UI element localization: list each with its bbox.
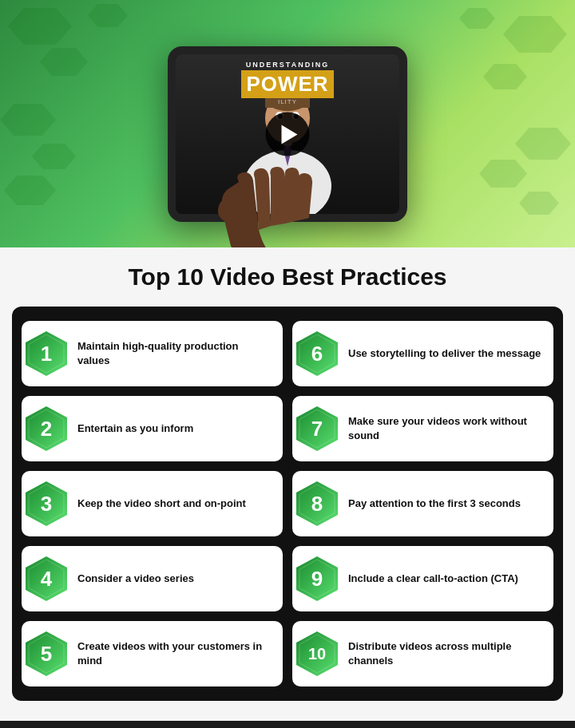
list-item: 5 Create videos with your customers in m… (22, 621, 283, 686)
list-item: 8 Pay attention to the first 3 seconds (292, 471, 553, 536)
hero-section: UNDERSTANDING POWER ILITY (0, 0, 575, 247)
item-number: 8 (311, 493, 323, 514)
item-text: Entertain as you inform (77, 421, 273, 436)
item-number: 10 (308, 646, 326, 662)
hex-badge: 9 (292, 554, 342, 603)
list-item: 2 Entertain as you inform (22, 396, 283, 461)
item-number: 1 (41, 343, 52, 364)
list-item: 3 Keep the video short and on-point (22, 471, 283, 536)
tablet-title-bottom: ILITY (176, 98, 399, 105)
item-text: Maintain high-quality production values (77, 339, 273, 367)
list-area: 1 Maintain high-quality production value… (12, 307, 563, 701)
play-icon (281, 125, 297, 144)
item-number: 9 (311, 568, 323, 589)
play-button[interactable] (266, 113, 310, 156)
list-item: 6 Use storytelling to deliver the messag… (292, 321, 553, 386)
item-text: Pay attention to the first 3 seconds (348, 497, 544, 511)
list-item: 7 Make sure your videos work without sou… (292, 396, 553, 461)
hex-badge: 2 (22, 404, 71, 453)
list-item: 10 Distribute videos across multiple cha… (292, 621, 553, 686)
hex-badge: 8 (292, 479, 342, 528)
tablet-container: UNDERSTANDING POWER ILITY (168, 46, 407, 225)
list-grid: 1 Maintain high-quality production value… (22, 321, 553, 686)
list-item: 9 Include a clear call-to-action (CTA) (292, 546, 553, 611)
hex-badge: 5 (22, 629, 71, 679)
item-text: Create videos with your customers in min… (77, 639, 273, 667)
hand-holding-tablet (191, 166, 367, 247)
item-text: Keep the video short and on-point (77, 497, 273, 511)
item-number: 3 (41, 493, 52, 514)
content-section: Top 10 Video Best Practices (0, 247, 575, 721)
hex-badge: 4 (22, 554, 71, 603)
main-title: Top 10 Video Best Practices (12, 263, 563, 291)
item-number: 4 (41, 568, 52, 589)
item-text: Consider a video series (77, 572, 273, 586)
list-item: 4 Consider a video series (22, 546, 283, 611)
hex-badge: 7 (292, 404, 342, 453)
list-item: 1 Maintain high-quality production value… (22, 321, 283, 386)
item-number: 5 (41, 643, 52, 664)
tablet-power-text: POWER (246, 72, 328, 97)
item-number: 7 (311, 418, 323, 439)
hex-badge: 1 (22, 329, 71, 378)
item-number: 2 (41, 418, 52, 439)
hex-badge: 6 (292, 329, 342, 378)
hex-badge: 10 (292, 629, 342, 679)
item-text: Use storytelling to deliver the message (348, 346, 544, 361)
item-text: Make sure your videos work without sound (348, 414, 544, 442)
item-number: 6 (311, 343, 323, 364)
item-text: Distribute videos across multiple channe… (348, 639, 544, 667)
tablet-power-badge: POWER (241, 70, 333, 98)
hex-badge: 3 (22, 479, 71, 528)
tablet-title-top: UNDERSTANDING (176, 61, 399, 69)
item-text: Include a clear call-to-action (CTA) (348, 572, 544, 586)
